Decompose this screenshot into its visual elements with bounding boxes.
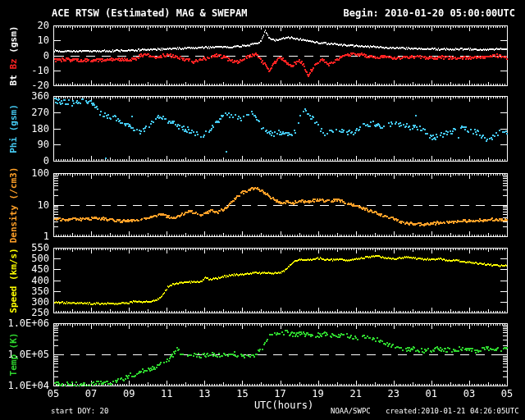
y-tick-label: 1.0E+06 [0,318,49,328]
y-axis-title-part: Phi (gsm) [8,104,19,153]
y-axis-title: Temp (K) [9,333,18,377]
begin-timestamp: Begin: 2010-01-20 05:00:00UTC [343,7,515,19]
x-tick-label: 09 [116,389,141,399]
ace-rtsw-chart: ACE RTSW (Estimated) MAG & SWEPAM Begin:… [0,0,525,420]
y-axis-title-part: (gsm) [8,25,19,58]
plot-canvas [0,0,525,420]
x-tick-label: 07 [79,389,103,399]
x-tick-label: 21 [344,389,368,399]
x-tick-label: 23 [381,389,406,399]
x-axis-title: UTC(hours) [243,399,325,411]
x-tick-label: 01 [419,389,444,399]
x-tick-label: 13 [192,389,217,399]
y-axis-title: Bt Bz (gsm) [9,25,18,85]
chart-title: ACE RTSW (Estimated) MAG & SWEPAM [52,7,247,19]
agency-label: NOAA/SWPC [331,407,371,415]
x-tick-label: 05 [41,389,66,399]
x-tick-label: 05 [495,389,519,399]
x-tick-label: 03 [457,389,482,399]
y-axis-title-part: Speed (km/s) [8,248,19,313]
y-axis-title-part: Temp (K) [8,333,19,377]
y-axis-title: Speed (km/s) [9,248,18,313]
y-axis-title-part: Density (/cm3) [8,167,19,243]
y-axis-title-part: Bt [8,75,19,85]
start-doy-label: start DOY: 20 [51,407,108,415]
x-tick-label: 17 [268,389,293,399]
y-tick-label: 0 [0,156,49,166]
x-tick-label: 19 [306,389,331,399]
y-axis-title-part: Bz [8,58,19,75]
y-tick-label: 360 [0,91,49,101]
created-timestamp: created:2010-01-21 04:26:05UTC [386,407,519,415]
y-axis-title: Phi (gsm) [9,104,18,153]
y-axis-title: Density (/cm3) [9,167,18,243]
x-tick-label: 11 [154,389,179,399]
x-tick-label: 15 [230,389,254,399]
